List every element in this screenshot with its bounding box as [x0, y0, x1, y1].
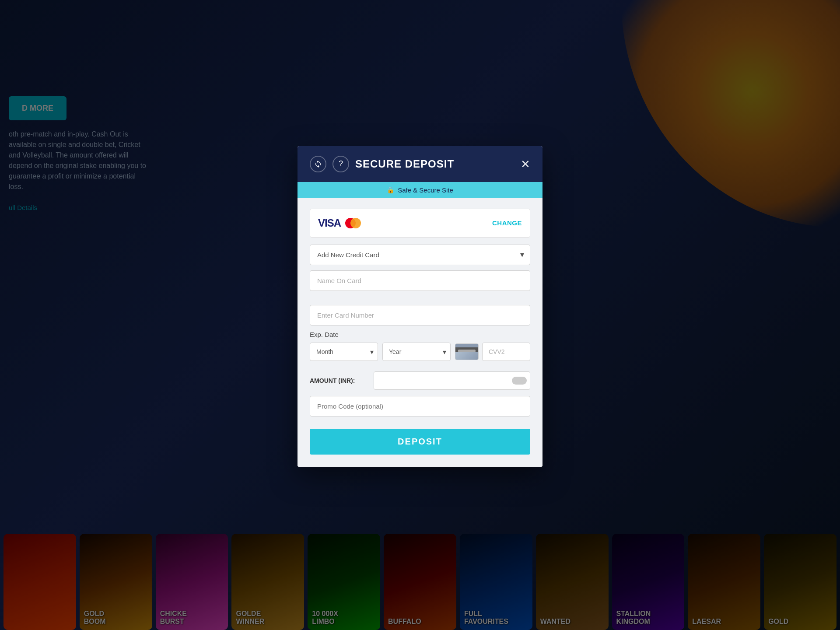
card-select[interactable]: Add New Credit Card: [310, 245, 530, 265]
question-mark: ?: [339, 159, 343, 168]
security-bar: 🔒 Safe & Secure Site: [298, 182, 542, 198]
mastercard-logo: [345, 215, 361, 231]
spacer: [310, 296, 530, 305]
month-select[interactable]: Month 01020304 05060708 09101112: [310, 343, 378, 361]
amount-input[interactable]: [374, 371, 530, 390]
payment-logos: VISA: [318, 215, 361, 231]
modal-body: VISA CHANGE Add New Credit Card ▾: [298, 198, 542, 467]
month-select-wrapper: Month 01020304 05060708 09101112 ▾: [310, 343, 378, 361]
amount-toggle[interactable]: [512, 377, 527, 385]
cvv-area: [455, 343, 530, 361]
year-select[interactable]: Year 202420252026 202720282029: [382, 343, 451, 361]
secure-deposit-modal: ? SECURE DEPOSIT ✕ 🔒 Safe & Secure Site …: [298, 146, 542, 467]
close-button[interactable]: ✕: [521, 158, 530, 170]
header-left: ? SECURE DEPOSIT: [310, 156, 454, 172]
card-thumbnail: [455, 343, 479, 360]
promo-code-input[interactable]: [310, 396, 530, 416]
cvv-input[interactable]: [482, 343, 530, 361]
modal-header: ? SECURE DEPOSIT ✕: [298, 146, 542, 182]
modal-title: SECURE DEPOSIT: [355, 158, 454, 170]
amount-input-wrapper: [374, 371, 530, 390]
amount-label: AMOUNT (INR):: [310, 377, 367, 384]
amount-row: AMOUNT (INR):: [310, 371, 530, 390]
card-select-wrapper: Add New Credit Card ▾: [310, 245, 530, 265]
change-button[interactable]: CHANGE: [492, 219, 522, 227]
exp-date-label: Exp. Date: [310, 331, 530, 338]
modal-overlay: ? SECURE DEPOSIT ✕ 🔒 Safe & Secure Site …: [0, 0, 840, 630]
name-on-card-input[interactable]: [310, 270, 530, 291]
reload-icon[interactable]: [310, 156, 326, 172]
deposit-button[interactable]: DEPOSIT: [310, 429, 530, 455]
card-number-input[interactable]: [310, 305, 530, 326]
year-select-wrapper: Year 202420252026 202720282029 ▾: [382, 343, 451, 361]
security-text: Safe & Secure Site: [398, 186, 453, 194]
lock-icon: 🔒: [387, 186, 394, 193]
help-icon[interactable]: ?: [332, 156, 349, 172]
visa-logo: VISA: [318, 217, 341, 229]
payment-row: VISA CHANGE: [310, 209, 530, 238]
exp-date-row: Month 01020304 05060708 09101112 ▾ Year …: [310, 343, 530, 361]
